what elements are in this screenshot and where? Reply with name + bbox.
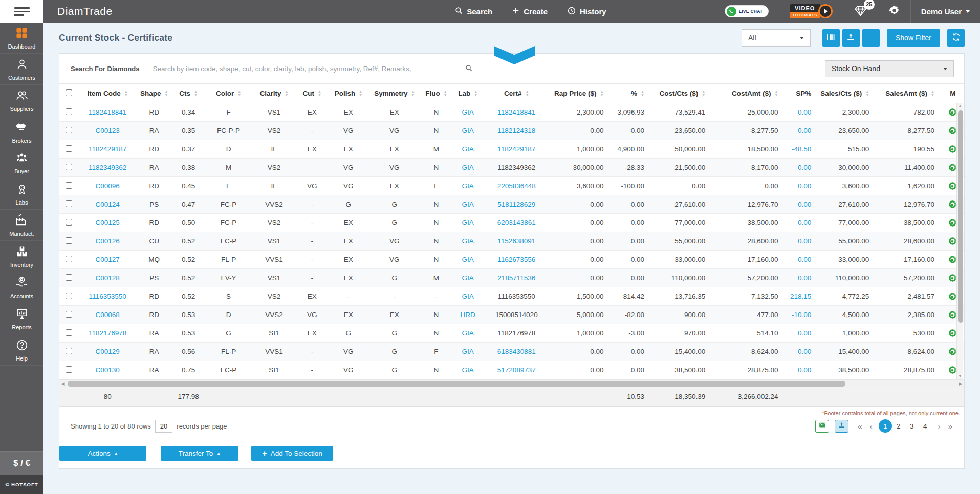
row-checkbox[interactable] (66, 219, 72, 226)
cell-item_code[interactable]: C00129 (79, 343, 137, 361)
extra-tool-button[interactable] (862, 29, 880, 47)
row-checkbox[interactable] (66, 127, 72, 133)
cell-item_code[interactable]: C00124 (79, 195, 137, 214)
next-page-button[interactable]: › (937, 422, 942, 431)
sort-icon[interactable]: ▲▼ (444, 90, 447, 97)
sort-icon[interactable]: ▲▼ (411, 90, 415, 97)
cell-sp[interactable]: 0.00 (785, 269, 818, 287)
cell-lab[interactable]: GIA (452, 140, 484, 159)
cell-sp[interactable]: -48.50 (785, 140, 818, 159)
select-all-checkbox[interactable] (66, 89, 72, 96)
cell-item_code[interactable]: 1182418841 (79, 103, 137, 122)
col-cut[interactable]: Cut▲▼ (296, 84, 328, 103)
media-eye-icon[interactable] (948, 292, 957, 301)
search-input[interactable] (146, 60, 459, 77)
sort-icon[interactable]: ▲▼ (124, 90, 128, 97)
cell-item_code[interactable]: C00130 (79, 361, 137, 379)
sidebar-item-labs[interactable]: Labs (0, 178, 43, 210)
cell-sp[interactable]: -10.00 (785, 306, 818, 324)
cell-cert[interactable]: 1152638091 (483, 232, 550, 251)
actions-button[interactable]: Actions▲ (59, 446, 146, 461)
col-color[interactable]: Color▲▼ (205, 84, 252, 103)
page-button-1[interactable]: 1 (879, 419, 892, 433)
row-checkbox[interactable] (66, 274, 72, 281)
cell-sp[interactable]: 0.00 (785, 159, 818, 177)
sort-icon[interactable]: ▲▼ (931, 90, 934, 97)
add-to-selection-button[interactable]: +Add To Selection (251, 446, 333, 461)
cell-cert[interactable]: 2205836448 (483, 177, 550, 195)
nav-history[interactable]: History (567, 6, 606, 17)
col-sales_cts[interactable]: Sales/Cts ($)▲▼ (818, 84, 876, 103)
media-eye-icon[interactable] (948, 274, 957, 282)
cell-cert[interactable]: 6183430881 (483, 343, 550, 361)
sort-icon[interactable]: ▲▼ (359, 90, 362, 97)
cell-lab[interactable]: GIA (452, 343, 484, 361)
page-button-2[interactable]: 2 (892, 419, 905, 433)
row-checkbox[interactable] (66, 145, 72, 152)
stock-status-select[interactable]: Stock On Hand (825, 60, 954, 77)
cell-cert[interactable]: 5181128629 (483, 195, 550, 214)
cell-item_code[interactable]: C00096 (79, 177, 137, 195)
sort-icon[interactable]: ▲▼ (318, 90, 321, 97)
scroll-up-arrow[interactable]: ▲ (957, 103, 963, 109)
cell-sp[interactable]: 0.00 (785, 324, 818, 343)
prev-page-button[interactable]: ‹ (868, 422, 874, 431)
cell-lab[interactable]: GIA (452, 159, 484, 177)
media-eye-icon[interactable] (948, 218, 957, 227)
cell-item_code[interactable]: C00127 (79, 251, 137, 269)
col-pct[interactable]: %▲▼ (611, 84, 651, 103)
cell-lab[interactable]: GIA (452, 361, 484, 379)
cell-item_code[interactable]: 1182176978 (79, 324, 137, 343)
row-checkbox[interactable] (66, 311, 72, 318)
nav-create[interactable]: Create (512, 7, 548, 16)
cell-cert[interactable]: 5172089737 (483, 361, 550, 379)
cell-item_code[interactable]: C00125 (79, 214, 137, 232)
media-eye-icon[interactable] (948, 347, 957, 356)
sort-icon[interactable]: ▲▼ (600, 90, 604, 97)
sidebar-item-suppliers[interactable]: Suppliers (0, 85, 43, 116)
search-submit-button[interactable] (459, 60, 478, 77)
sort-icon[interactable]: ▲▼ (702, 90, 705, 97)
col-shape[interactable]: Shape▲▼ (137, 84, 172, 103)
scroll-down-arrow[interactable]: ▼ (957, 373, 963, 379)
export-button[interactable] (842, 29, 860, 47)
cell-item_code[interactable]: C00123 (79, 122, 137, 140)
sidebar-item-customers[interactable]: Customers (0, 54, 43, 85)
sidebar-item-inventory[interactable]: Inventory (0, 241, 43, 272)
cell-sp[interactable]: 0.00 (785, 195, 818, 214)
media-eye-icon[interactable] (948, 145, 957, 153)
sidebar-item-dashboard[interactable]: Dashboard (0, 23, 43, 54)
cell-lab[interactable]: GIA (452, 251, 484, 269)
page-button-3[interactable]: 3 (905, 419, 919, 433)
sidebar-item-reports[interactable]: Reports (0, 303, 43, 334)
media-eye-icon[interactable] (948, 255, 957, 264)
cell-cert[interactable]: 1182418841 (483, 103, 550, 122)
cell-lab[interactable]: GIA (452, 324, 484, 343)
refresh-button[interactable] (947, 29, 965, 47)
cell-sp[interactable]: 0.00 (785, 122, 818, 140)
cell-sp[interactable]: 0.00 (785, 343, 818, 361)
media-eye-icon[interactable] (948, 329, 957, 338)
view-select[interactable]: All (742, 29, 811, 47)
col-cost_cts[interactable]: Cost/Cts ($)▲▼ (651, 84, 712, 103)
cell-item_code[interactable]: C00068 (79, 306, 137, 324)
col-polish[interactable]: Polish▲▼ (328, 84, 369, 103)
cell-lab[interactable]: GIA (452, 122, 484, 140)
row-checkbox[interactable] (66, 164, 72, 170)
first-page-button[interactable]: « (856, 422, 863, 431)
col-sym[interactable]: Symmetry▲▼ (369, 84, 420, 103)
sort-icon[interactable]: ▲▼ (194, 90, 198, 97)
video-tutorials-button[interactable]: VIDEO TUTORIALS (779, 0, 843, 23)
row-checkbox[interactable] (66, 200, 72, 207)
media-eye-icon[interactable] (948, 126, 957, 135)
col-cost_amt[interactable]: CostAmt ($)▲▼ (712, 84, 785, 103)
row-checkbox[interactable] (66, 293, 72, 299)
cell-sp[interactable]: 0.00 (785, 214, 818, 232)
sort-icon[interactable]: ▲▼ (641, 90, 644, 97)
sidebar-item-brokers[interactable]: Brokers (0, 116, 43, 147)
cell-sp[interactable]: 0.00 (785, 103, 818, 122)
cell-item_code[interactable]: 1182349362 (79, 159, 137, 177)
barcode-button[interactable] (822, 29, 840, 47)
row-checkbox[interactable] (66, 256, 72, 262)
sort-icon[interactable]: ▲▼ (237, 90, 241, 97)
